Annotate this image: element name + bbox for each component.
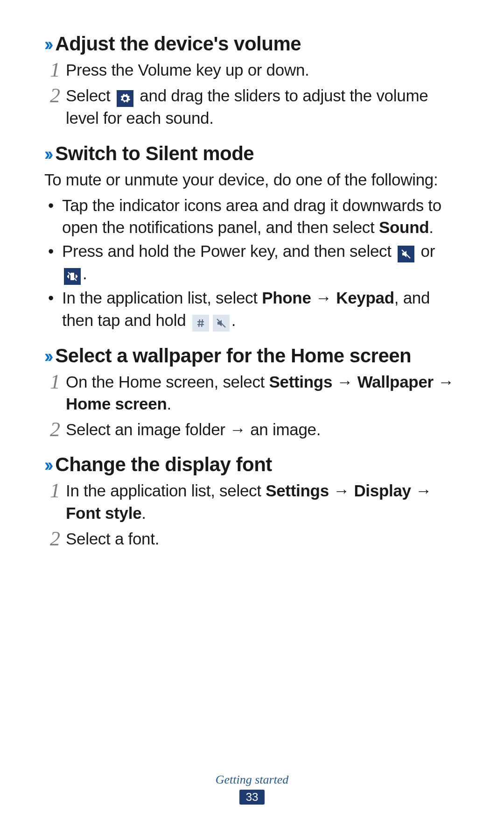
chevron-right-icon: ›› [44,346,50,367]
bullet-dot: • [48,240,62,285]
numbered-step: 1On the Home screen, select Settings → W… [44,371,460,415]
step-number: 1 [44,59,66,81]
numbered-step: 2Select a font. [44,528,460,550]
bullet-item: •Press and hold the Power key, and then … [48,240,460,285]
bullet-text: Tap the indicator icons area and drag it… [62,194,460,239]
numbered-step: 2Select and drag the sliders to adjust t… [44,85,460,129]
chevron-right-icon: ›› [44,455,50,475]
bullet-text: Press and hold the Power key, and then s… [62,240,460,285]
step-number: 2 [44,85,66,129]
svg-line-5 [199,319,200,327]
section-heading: ››Switch to Silent mode [44,142,460,165]
svg-line-6 [202,319,203,327]
section-heading: ››Adjust the device's volume [44,33,460,55]
heading-text: Select a wallpaper for the Home screen [55,345,411,367]
bold-text: Font style [66,504,141,522]
bold-text: Settings [266,481,329,500]
step-text: Select an image folder → an image. [66,418,460,440]
mute-icon [398,246,414,262]
heading-text: Change the display font [55,453,272,476]
step-text: Select a font. [66,528,460,550]
section-heading: ››Select a wallpaper for the Home screen [44,345,460,367]
step-text: Select and drag the sliders to adjust th… [66,85,460,129]
heading-text: Switch to Silent mode [55,142,254,165]
bold-text: Home screen [66,395,167,413]
bold-text: Sound [379,218,429,236]
bullet-item: •In the application list, select Phone →… [48,287,460,331]
gear-icon [117,90,133,107]
bold-text: Keypad [336,289,394,307]
bold-text: Wallpaper [357,373,434,391]
page-number-badge: 33 [239,790,265,805]
numbered-step: 1In the application list, select Setting… [44,480,460,524]
bullet-text: In the application list, select Phone → … [62,287,460,331]
chevron-right-icon: ›› [44,35,50,55]
bullet-dot: • [48,287,62,331]
section-intro: To mute or unmute your device, do one of… [44,169,460,191]
step-number: 1 [44,371,66,415]
hash-icon [192,315,209,332]
footer-section-title: Getting started [0,773,504,787]
bullet-dot: • [48,194,62,239]
chevron-right-icon: ›› [44,144,50,164]
step-text: In the application list, select Settings… [66,480,460,524]
step-number: 1 [44,480,66,524]
vibrate-icon [64,268,81,285]
section-heading: ››Change the display font [44,453,460,476]
step-text: On the Home screen, select Settings → Wa… [66,371,460,415]
bold-text: Settings [269,373,332,391]
bold-text: Display [354,481,411,500]
bold-text: Phone [262,289,311,307]
mute2-icon [213,315,230,332]
step-text: Press the Volume key up or down. [66,59,460,81]
numbered-step: 1Press the Volume key up or down. [44,59,460,81]
step-number: 2 [44,528,66,550]
numbered-step: 2Select an image folder → an image. [44,418,460,440]
heading-text: Adjust the device's volume [55,33,301,55]
step-number: 2 [44,418,66,440]
bullet-item: •Tap the indicator icons area and drag i… [48,194,460,239]
page-footer: Getting started33 [0,773,504,805]
